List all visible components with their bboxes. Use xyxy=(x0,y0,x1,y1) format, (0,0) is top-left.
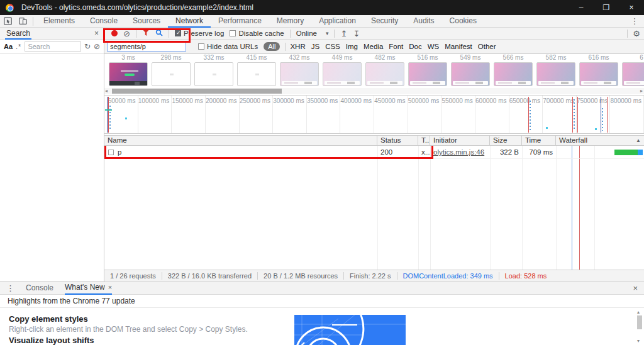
column-header-size[interactable]: Size xyxy=(490,136,522,145)
screenshot-frame[interactable] xyxy=(152,62,191,86)
search-panel-tab[interactable]: Search xyxy=(5,28,31,40)
filter-funnel-icon[interactable] xyxy=(142,29,150,38)
record-icon[interactable] xyxy=(111,30,118,36)
column-header-time[interactable]: Time xyxy=(522,136,556,145)
screenshot-frame[interactable] xyxy=(579,62,618,86)
close-button[interactable]: × xyxy=(619,0,644,15)
column-header-type[interactable]: T... xyxy=(418,136,430,145)
tab-security[interactable]: Security xyxy=(364,15,406,28)
column-header-status[interactable]: Status xyxy=(377,136,418,145)
divider xyxy=(33,17,33,26)
column-divider xyxy=(430,146,431,270)
tab-console[interactable]: Console xyxy=(82,15,125,28)
timeline-overview[interactable]: 50000 ms 100000 ms 150000 ms 200000 ms 2… xyxy=(104,96,644,134)
column-header-name[interactable]: Name xyxy=(104,136,377,145)
scroll-right-icon[interactable]: ▸ xyxy=(640,88,643,94)
timeline-tick: 450000 ms xyxy=(374,96,408,133)
table-row[interactable]: p 200 x... olytics.min.js:46 322 B 709 m… xyxy=(104,146,644,159)
hide-data-urls-checkbox[interactable] xyxy=(198,43,204,50)
screenshot-frame[interactable] xyxy=(237,62,276,86)
screenshot-frame[interactable] xyxy=(408,62,447,86)
tab-performance[interactable]: Performance xyxy=(211,15,269,28)
column-header-initiator[interactable]: Initiator xyxy=(430,136,490,145)
minimize-button[interactable]: – xyxy=(569,0,594,15)
request-name-cell[interactable]: p xyxy=(104,146,377,159)
filter-type-ws[interactable]: WS xyxy=(428,43,440,50)
filter-input[interactable] xyxy=(107,41,186,52)
inspect-element-icon[interactable] xyxy=(0,15,15,28)
whats-new-item-title[interactable]: Visualize layout shifts xyxy=(9,336,94,345)
tab-audits[interactable]: Audits xyxy=(406,15,441,28)
disable-cache-group: Disable cache xyxy=(230,30,284,37)
tab-sources[interactable]: Sources xyxy=(125,15,168,28)
screenshot-frame[interactable] xyxy=(365,62,404,86)
maximize-button[interactable]: ❐ xyxy=(594,0,619,15)
screenshot-frame[interactable] xyxy=(109,62,148,86)
refresh-icon[interactable]: ↻ xyxy=(84,42,91,51)
scroll-up-icon[interactable]: ▴ xyxy=(637,309,640,315)
frame-time: 616 ms xyxy=(579,54,618,62)
tab-network[interactable]: Network xyxy=(168,15,211,28)
gear-icon[interactable]: ⚙ xyxy=(633,29,640,38)
dcl-event-line xyxy=(572,146,572,270)
filter-type-font[interactable]: Font xyxy=(389,43,403,50)
scrollbar-thumb[interactable] xyxy=(112,89,282,94)
hide-data-urls-label: Hide data URLs xyxy=(207,43,258,50)
timeline-marker xyxy=(105,109,112,111)
scrollbar-thumb[interactable] xyxy=(637,315,642,329)
clear-search-icon[interactable]: ⊘ xyxy=(94,42,100,51)
filter-type-js[interactable]: JS xyxy=(311,43,319,50)
whats-new-item-title[interactable]: Copy element styles xyxy=(9,314,88,324)
match-case-button[interactable]: Aa xyxy=(4,43,13,50)
search-network-icon[interactable] xyxy=(155,29,163,38)
drawer-tab-console[interactable]: Console xyxy=(26,282,53,295)
whats-new-scrollbar[interactable]: ▴ ▾ xyxy=(636,308,643,345)
filter-type-manifest[interactable]: Manifest xyxy=(445,43,472,50)
search-panel-close-icon[interactable]: × xyxy=(94,29,99,38)
whats-new-thumbnail-image[interactable] xyxy=(294,315,406,345)
initiator-link[interactable]: olytics.min.js:46 xyxy=(430,148,484,156)
tab-elements[interactable]: Elements xyxy=(36,15,82,28)
drawer-close-icon[interactable]: × xyxy=(633,283,638,293)
timeline-marker xyxy=(602,108,603,131)
filter-type-xhr[interactable]: XHR xyxy=(290,43,305,50)
drawer-menu-icon[interactable]: ⋮ xyxy=(6,283,14,293)
import-har-icon[interactable]: ↥ xyxy=(340,30,347,38)
tab-cookies[interactable]: Cookies xyxy=(442,15,484,28)
column-header-waterfall[interactable]: Waterfall ▲ xyxy=(556,136,644,145)
tab-memory[interactable]: Memory xyxy=(269,15,311,28)
screenshot-frame[interactable] xyxy=(323,62,362,86)
search-input[interactable] xyxy=(25,41,80,52)
device-toolbar-icon[interactable] xyxy=(15,15,30,28)
filter-type-img[interactable]: Img xyxy=(346,43,358,50)
filmstrip-scrollbar[interactable]: ◂ ▸ xyxy=(104,88,644,94)
disable-cache-checkbox[interactable] xyxy=(230,30,236,36)
screenshot-frame[interactable] xyxy=(536,62,575,86)
filter-type-media[interactable]: Media xyxy=(364,43,383,50)
scroll-down-icon[interactable]: ▾ xyxy=(637,338,640,344)
scroll-left-icon[interactable]: ◂ xyxy=(105,88,108,94)
filter-type-other[interactable]: Other xyxy=(478,43,496,50)
drawer-tab-label: What's New xyxy=(65,282,105,293)
tab-application[interactable]: Application xyxy=(311,15,364,28)
filter-type-all[interactable]: All xyxy=(264,42,280,51)
export-har-icon[interactable]: ↧ xyxy=(353,30,360,38)
preserve-log-checkbox[interactable] xyxy=(175,30,181,36)
clear-requests-icon[interactable]: ⊘ xyxy=(123,30,130,38)
screenshot-frame[interactable] xyxy=(280,62,319,86)
regex-button[interactable]: .* xyxy=(16,43,21,50)
timeline-marker xyxy=(528,97,529,133)
request-type-cell: x... xyxy=(418,146,430,159)
screenshot-frame[interactable] xyxy=(622,62,644,86)
drawer-tab-whats-new[interactable]: What's New × xyxy=(65,282,112,295)
screenshot-frame[interactable] xyxy=(494,62,533,86)
preserve-log-group: Preserve log xyxy=(175,30,225,37)
filter-type-css[interactable]: CSS xyxy=(325,43,340,50)
filter-type-doc[interactable]: Doc xyxy=(409,43,421,50)
drawer-tab-close-icon[interactable]: × xyxy=(108,282,112,293)
request-waterfall-cell xyxy=(556,146,644,159)
throttling-dropdown[interactable]: Online ▾ xyxy=(296,30,329,37)
devtools-menu-icon[interactable]: ⋮ xyxy=(629,16,640,26)
screenshot-frame[interactable] xyxy=(451,62,490,86)
screenshot-frame[interactable] xyxy=(194,62,233,86)
